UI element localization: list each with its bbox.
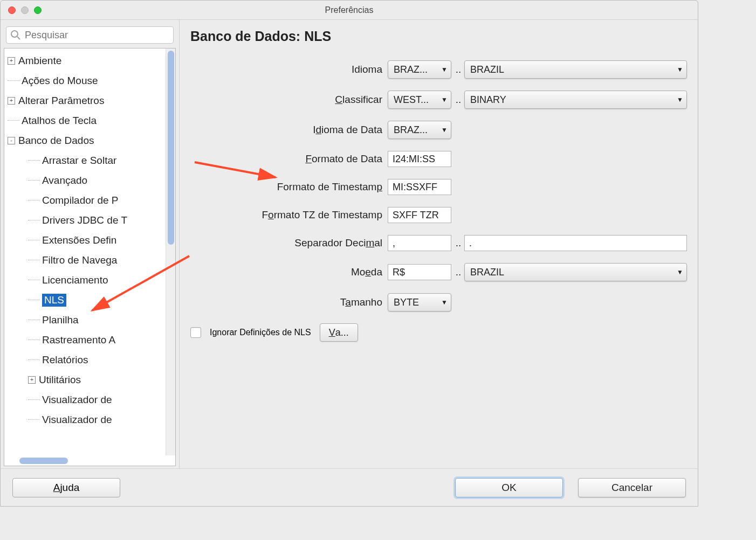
- label-tamanho: Tamanho: [188, 296, 388, 308]
- traffic-lights: [8, 6, 42, 14]
- sep-dots: ..: [452, 237, 464, 249]
- tree-item[interactable]: Visualizador de: [4, 390, 166, 410]
- maximize-icon[interactable]: [34, 6, 42, 14]
- combo-classificar-sort[interactable]: BINARY▼: [464, 91, 687, 109]
- help-button[interactable]: Ajuda: [12, 478, 120, 497]
- tree-item-label: Utilitários: [39, 374, 81, 386]
- tree-item[interactable]: +Utilitários: [4, 370, 166, 390]
- combo-classificar[interactable]: WEST...▼: [388, 91, 451, 109]
- tree-item-label: Planilha: [42, 314, 79, 326]
- tree-item[interactable]: Compilador de P: [4, 190, 166, 210]
- tree-item[interactable]: Rastreamento A: [4, 330, 166, 350]
- svg-point-0: [11, 31, 18, 37]
- chevron-down-icon: ▼: [441, 66, 448, 73]
- tree-item-label: Visualizador de: [42, 394, 112, 406]
- tree-item-label: Alterar Parâmetros: [18, 95, 104, 107]
- expand-icon[interactable]: +: [8, 57, 15, 65]
- label-formato-tz: Formato TZ de Timestamp: [188, 209, 388, 221]
- tree-item-label: Ambiente: [18, 55, 61, 67]
- tree-item[interactable]: Filtro de Navega: [4, 250, 166, 270]
- input-formato-tz[interactable]: [388, 207, 451, 223]
- label-formato-data: Formato de Data: [188, 153, 388, 165]
- label-moeda: Moeda: [188, 266, 388, 278]
- combo-tamanho[interactable]: BYTE▼: [388, 293, 451, 311]
- chevron-down-icon: ▼: [441, 126, 448, 134]
- search-input[interactable]: [6, 26, 174, 44]
- label-sep-decimal: Separador Decimal: [188, 237, 388, 249]
- sep-dots: ..: [452, 94, 464, 106]
- tree-item[interactable]: Planilha: [4, 310, 166, 330]
- expand-icon[interactable]: +: [8, 97, 15, 105]
- combo-idioma[interactable]: BRAZ...▼: [388, 60, 451, 79]
- label-formato-ts: Formato de Timestamp: [188, 181, 388, 193]
- input-formato-ts[interactable]: [388, 179, 451, 195]
- dialog-footer: Ajuda OK Cancelar: [1, 468, 698, 506]
- tree-item-label: Rastreamento A: [42, 334, 115, 346]
- tree-item[interactable]: Licenciamento: [4, 270, 166, 290]
- chevron-down-icon: ▼: [441, 96, 448, 103]
- combo-moeda-territory[interactable]: BRAZIL▼: [464, 263, 687, 281]
- tree-item[interactable]: Atalhos de Tecla: [4, 110, 166, 130]
- input-moeda[interactable]: [388, 264, 451, 280]
- search-icon: [10, 30, 21, 40]
- ok-button[interactable]: OK: [455, 478, 563, 497]
- tree-item-label: Extensões Defin: [42, 234, 116, 246]
- label-idioma-data: Idioma de Data: [188, 124, 388, 136]
- label-ignore-nls: Ignorar Definições de NLS: [210, 328, 311, 337]
- page-title: Banco de Dados: NLS: [190, 29, 687, 44]
- collapse-icon[interactable]: -: [8, 137, 15, 144]
- tree-item[interactable]: +Alterar Parâmetros: [4, 91, 166, 110]
- chevron-down-icon: ▼: [441, 299, 448, 306]
- sep-dots: ..: [452, 64, 464, 75]
- tree-item[interactable]: Relatórios: [4, 350, 166, 370]
- chevron-down-icon: ▼: [677, 66, 683, 73]
- preferences-tree[interactable]: +AmbienteAções do Mouse+Alterar Parâmetr…: [4, 49, 166, 455]
- tree-vscrollbar[interactable]: [166, 49, 175, 455]
- tree-item[interactable]: Extensões Defin: [4, 230, 166, 250]
- label-classificar: Classificar: [188, 94, 388, 106]
- close-icon[interactable]: [8, 6, 16, 14]
- button-va[interactable]: Va...: [320, 323, 358, 342]
- tree-item[interactable]: Arrastar e Soltar: [4, 150, 166, 170]
- tree-item[interactable]: Drivers JDBC de T: [4, 210, 166, 230]
- tree-item-label: Drivers JDBC de T: [42, 214, 127, 226]
- preferences-window: Preferências +AmbienteAções do Mouse+Alt…: [0, 0, 698, 507]
- label-idioma: Idioma: [188, 64, 388, 75]
- sep-dots: ..: [452, 266, 464, 278]
- tree-item-label: Arrastar e Soltar: [42, 155, 116, 167]
- window-title: Preferências: [1, 5, 698, 15]
- input-sep-decimal-a[interactable]: [388, 235, 451, 251]
- tree-item[interactable]: Visualizador de: [4, 410, 166, 430]
- input-sep-decimal-b[interactable]: [464, 235, 687, 251]
- tree-item[interactable]: -Banco de Dados: [4, 130, 166, 150]
- cancel-button[interactable]: Cancelar: [578, 478, 686, 497]
- tree-item[interactable]: Avançado: [4, 170, 166, 190]
- combo-idioma-territory[interactable]: BRAZIL▼: [464, 60, 687, 79]
- combo-idioma-data[interactable]: BRAZ...▼: [388, 121, 451, 139]
- tree-item-label: Compilador de P: [42, 195, 119, 206]
- tree-item-label: Relatórios: [42, 354, 88, 366]
- input-formato-data[interactable]: [388, 151, 451, 167]
- checkbox-ignore-nls[interactable]: [190, 327, 201, 338]
- minimize-icon[interactable]: [21, 6, 29, 14]
- tree-hscrollbar[interactable]: [4, 455, 176, 466]
- expand-icon[interactable]: +: [28, 376, 36, 384]
- tree-item[interactable]: NLS: [4, 290, 166, 310]
- chevron-down-icon: ▼: [677, 96, 683, 103]
- tree-item-label: Licenciamento: [42, 274, 108, 286]
- settings-panel: Banco de Dados: NLS Idioma BRAZ...▼ .. B…: [180, 20, 698, 468]
- tree-item-label: Visualizador de: [42, 414, 112, 426]
- tree-item-label: Ações do Mouse: [22, 75, 98, 87]
- tree-item-label: Avançado: [42, 175, 87, 186]
- tree-container: +AmbienteAções do Mouse+Alterar Parâmetr…: [4, 48, 176, 456]
- tree-item-label: Filtro de Navega: [42, 254, 117, 266]
- tree-item-label: Banco de Dados: [18, 135, 94, 147]
- svg-line-1: [17, 37, 20, 39]
- tree-item-label: NLS: [42, 294, 66, 307]
- tree-item-label: Atalhos de Tecla: [22, 115, 97, 127]
- left-panel: +AmbienteAções do Mouse+Alterar Parâmetr…: [1, 20, 180, 468]
- titlebar: Preferências: [1, 1, 698, 20]
- tree-item[interactable]: Ações do Mouse: [4, 71, 166, 91]
- tree-item[interactable]: +Ambiente: [4, 51, 166, 71]
- search-field-wrap: [6, 26, 174, 44]
